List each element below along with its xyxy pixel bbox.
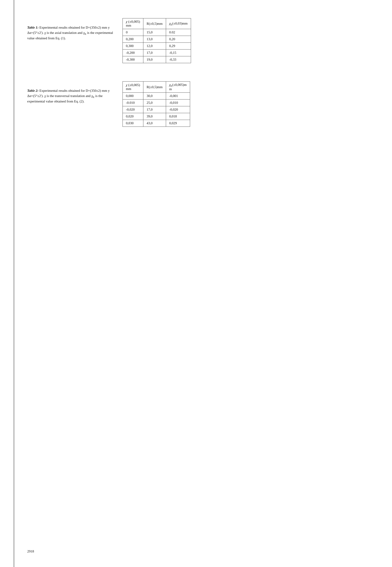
table1-col3-header: χE(±0,03)mm xyxy=(166,18,191,29)
table1-r5-c3: -0,33 xyxy=(166,56,191,63)
table2-caption-text: Table 2: Experimental results obtained f… xyxy=(27,88,113,104)
table1-col2-header: R(±0,5)mm xyxy=(143,18,166,29)
table1-r2-c3: 0,20 xyxy=(166,36,191,43)
table1-label: Table 1 xyxy=(27,26,37,29)
table1-col1-header: χ (±0,005)mm xyxy=(123,18,143,29)
table2-r5-c1: 0,030 xyxy=(123,120,143,127)
table1-r4-c1: -0,200 xyxy=(123,49,143,56)
table1-r3-c2: 12,0 xyxy=(143,43,166,49)
table1-r1-c3: 0.02 xyxy=(166,29,191,36)
table2-r2-c1: -0.010 xyxy=(123,100,143,106)
table-row: 0,020 39,0 0,018 xyxy=(123,113,190,120)
table2-r3-c3: -0,020 xyxy=(166,106,190,113)
table1-caption-text: Table 1: Experimental results obtained f… xyxy=(27,25,113,41)
table1-r3-c1: 0,300 xyxy=(123,43,143,49)
table1-body: 0 15,0 0.02 0,200 13,0 0,20 0,300 12,0 xyxy=(123,29,191,63)
table2-r2-c2: 25,0 xyxy=(143,100,166,106)
table1: χ (±0,005)mm R(±0,5)mm χE(±0,03)mm 0 15,… xyxy=(123,18,191,63)
table2-label: Table 2 xyxy=(27,89,37,92)
table1-col3-sub-e: E xyxy=(171,23,172,26)
table2-r4-c3: 0,018 xyxy=(166,113,190,120)
table2-r4-c1: 0,020 xyxy=(123,113,143,120)
table1-header-row: χ (±0,005)mm R(±0,5)mm χE(±0,03)mm xyxy=(123,18,191,29)
table2-col1-chi: χ xyxy=(126,83,127,87)
table2-section: Table 2: Experimental results obtained f… xyxy=(27,81,365,127)
table1-r2-c2: 13,0 xyxy=(143,36,166,43)
table-row: -0.010 25,0 -0,010 xyxy=(123,100,190,106)
table2-col2-header: R(±0,5)mm xyxy=(143,82,166,93)
table-row: 0,000 30,0 -0,001 xyxy=(123,93,190,100)
table-row: -0,300 19,0 -0,33 xyxy=(123,56,191,63)
page: Table 1: Experimental results obtained f… xyxy=(0,0,392,567)
table2-col1-header: χ (±0,005)mm xyxy=(123,82,143,93)
table1-r5-c2: 19,0 xyxy=(143,56,166,63)
table-row: 0 15,0 0.02 xyxy=(123,29,191,36)
table1-r1-c2: 15,0 xyxy=(143,29,166,36)
table2-block: χ (±0,005)mm R(±0,5)mm χE(±0,005)mm 0,00… xyxy=(123,81,365,127)
table2-r3-c1: -0,020 xyxy=(123,106,143,113)
table1-col1-chi: χ xyxy=(126,20,127,23)
table2-col3-header: χE(±0,005)mm xyxy=(166,82,190,93)
table-row: 0,300 12,0 0,29 xyxy=(123,43,191,49)
table-row: 0,030 43,0 0,029 xyxy=(123,120,190,127)
table2-body: 0,000 30,0 -0,001 -0.010 25,0 -0,010 -0,… xyxy=(123,93,190,127)
table-row: -0,200 17,0 -0,15 xyxy=(123,49,191,56)
table2-caption: Table 2: Experimental results obtained f… xyxy=(27,81,113,104)
table2-r2-c3: -0,010 xyxy=(166,100,190,106)
table2-r4-c2: 39,0 xyxy=(143,113,166,120)
table2-header-row: χ (±0,005)mm R(±0,5)mm χE(±0,005)mm xyxy=(123,82,190,93)
page-number: 2918 xyxy=(27,550,34,553)
table1-r4-c2: 17,0 xyxy=(143,49,166,56)
table2-r1-c1: 0,000 xyxy=(123,93,143,100)
table2-r5-c3: 0,029 xyxy=(166,120,190,127)
table1-block: χ (±0,005)mm R(±0,5)mm χE(±0,03)mm 0 15,… xyxy=(123,18,365,63)
table2: χ (±0,005)mm R(±0,5)mm χE(±0,005)mm 0,00… xyxy=(123,81,190,127)
table1-r5-c1: -0,300 xyxy=(123,56,143,63)
table1-caption: Table 1: Experimental results obtained f… xyxy=(27,18,113,41)
table2-r1-c2: 30,0 xyxy=(143,93,166,100)
table-row: -0,020 17,0 -0,020 xyxy=(123,106,190,113)
table2-r5-c2: 43,0 xyxy=(143,120,166,127)
table2-col3-sub-e: E xyxy=(171,85,172,87)
table2-r3-c2: 17,0 xyxy=(143,106,166,113)
table1-r3-c3: 0,29 xyxy=(166,43,191,49)
table1-section: Table 1: Experimental results obtained f… xyxy=(27,18,365,63)
table1-r4-c3: -0,15 xyxy=(166,49,191,56)
table1-r1-c1: 0 xyxy=(123,29,143,36)
table2-r1-c3: -0,001 xyxy=(166,93,190,100)
table1-r2-c1: 0,200 xyxy=(123,36,143,43)
content-area: Table 1: Experimental results obtained f… xyxy=(27,18,365,127)
table-row: 0,200 13,0 0,20 xyxy=(123,36,191,43)
